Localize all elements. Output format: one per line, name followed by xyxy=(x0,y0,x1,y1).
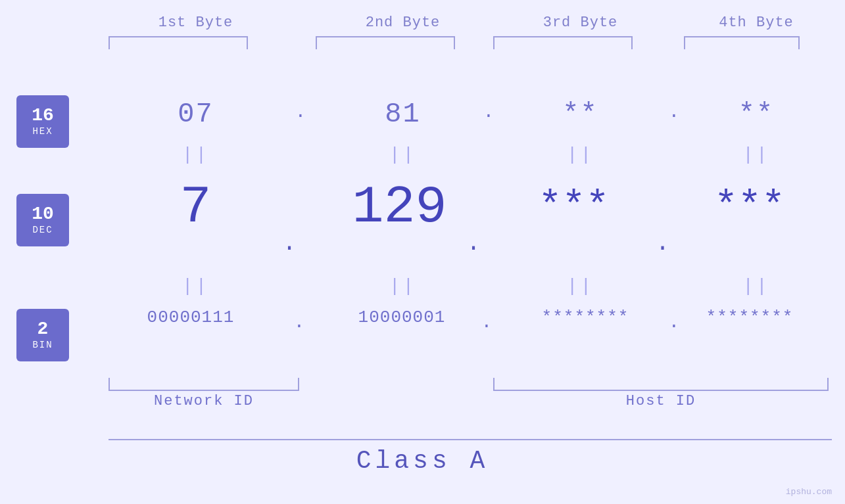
hex-val-2: 81 xyxy=(316,99,490,130)
sep1-1: || xyxy=(109,145,283,165)
bin-badge: 2 BIN xyxy=(16,309,69,361)
hex-val-3: ** xyxy=(493,99,667,130)
dec-dot-1: . xyxy=(263,230,316,257)
dec-val-2: 129 xyxy=(309,177,490,237)
host-bracket xyxy=(493,378,829,391)
hex-val-1: 07 xyxy=(109,99,283,130)
bin-val-1: 00000111 xyxy=(92,308,289,327)
byte-header-4: 4th Byte xyxy=(684,7,829,49)
hex-val-4: ** xyxy=(684,99,829,130)
class-label: Class A xyxy=(0,447,845,475)
bin-val-4: ******** xyxy=(664,308,835,327)
byte-header-2: 2nd Byte xyxy=(316,7,490,49)
network-bracket xyxy=(109,378,299,391)
dec-dot-2: . xyxy=(447,230,500,257)
sep2-2: || xyxy=(316,276,490,296)
network-id-label: Network ID xyxy=(109,393,299,409)
bin-val-3: ******** xyxy=(487,308,684,327)
sep1-3: || xyxy=(493,145,667,165)
page-container: 1st Byte 2nd Byte 3rd Byte 4th Byte 16 H… xyxy=(0,0,845,504)
sep2-3: || xyxy=(493,276,667,296)
sep1-2: || xyxy=(316,145,490,165)
sep1-4: || xyxy=(684,145,829,165)
byte-header-3: 3rd Byte xyxy=(493,7,667,49)
dec-badge: 10 DEC xyxy=(16,194,69,246)
byte-header-1: 1st Byte xyxy=(109,7,283,49)
dec-val-3: *** xyxy=(480,184,667,229)
sep2-1: || xyxy=(109,276,283,296)
sep2-4: || xyxy=(684,276,829,296)
watermark: ipshu.com xyxy=(786,486,832,497)
dec-dot-3: . xyxy=(641,230,684,257)
hex-dot-1: . xyxy=(284,102,317,122)
dec-val-4: *** xyxy=(667,184,832,229)
host-id-label: Host ID xyxy=(493,393,829,409)
dec-val-1: 7 xyxy=(109,177,283,237)
class-divider xyxy=(109,439,832,440)
hex-badge: 16 HEX xyxy=(16,95,69,148)
